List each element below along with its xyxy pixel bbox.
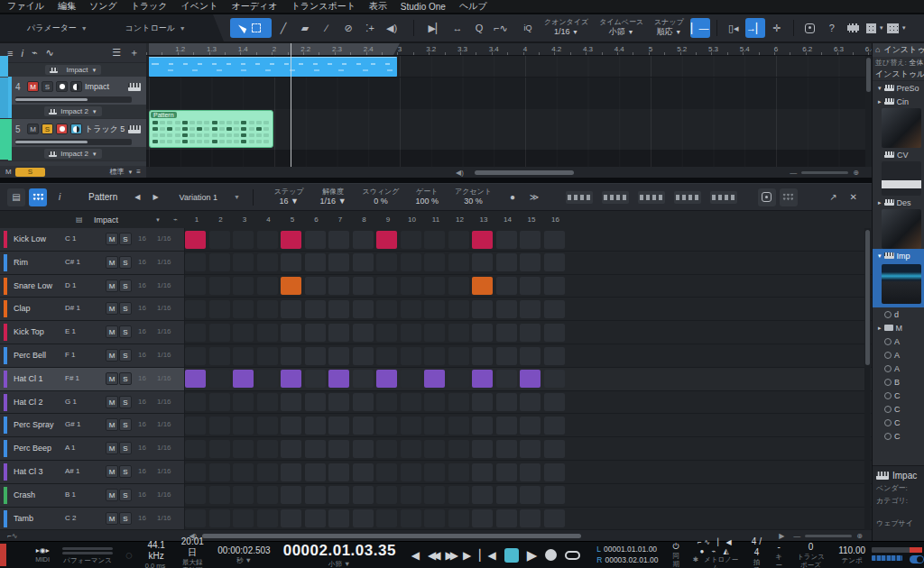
- step-cell[interactable]: [281, 440, 301, 458]
- step-cell[interactable]: [472, 277, 493, 295]
- input-quantize-button[interactable]: iQ: [518, 18, 538, 38]
- drum-mute-button[interactable]: M: [106, 233, 118, 245]
- drum-row-perc-beep[interactable]: Perc BeepA 1MS161/16: [0, 437, 872, 461]
- step-cell[interactable]: [376, 440, 397, 458]
- browser-item-cin[interactable]: ▸Cin: [873, 95, 924, 108]
- step-cell[interactable]: [448, 463, 469, 481]
- step-cell[interactable]: [424, 277, 445, 295]
- step-cell[interactable]: [544, 324, 565, 342]
- scroll-right-icon[interactable]: ▶: [779, 532, 784, 540]
- sync-control[interactable]: ⏻同期: [672, 542, 680, 568]
- step-cell[interactable]: [424, 417, 445, 435]
- close-editor-icon[interactable]: ✕: [850, 192, 857, 202]
- step-cell[interactable]: [376, 486, 397, 504]
- step-cell[interactable]: [424, 486, 445, 504]
- step-cell[interactable]: [209, 370, 230, 388]
- step-cell[interactable]: [424, 231, 445, 249]
- global-solo-button[interactable]: S: [15, 168, 45, 177]
- step-cell[interactable]: [305, 370, 326, 388]
- automation-icon[interactable]: ∿: [46, 47, 54, 59]
- step-cell[interactable]: [520, 486, 541, 504]
- step-cell[interactable]: [544, 393, 565, 411]
- control-dropdown[interactable]: コントロール▼: [125, 23, 186, 34]
- step-cell[interactable]: [185, 463, 206, 481]
- step-cell[interactable]: [209, 463, 230, 481]
- step-cell[interactable]: [305, 486, 326, 504]
- drum-solo-button[interactable]: S: [119, 489, 132, 501]
- step-cell[interactable]: [496, 277, 517, 295]
- browser-item-c[interactable]: C: [873, 402, 924, 416]
- browser-thumbnail[interactable]: [882, 209, 921, 249]
- step-cell[interactable]: [328, 486, 349, 504]
- drum-mute-button[interactable]: M: [106, 465, 118, 478]
- drum-mute-button[interactable]: M: [106, 279, 118, 292]
- step-cell[interactable]: [376, 324, 397, 342]
- step-cell[interactable]: [233, 300, 254, 318]
- step-cell[interactable]: [257, 370, 278, 388]
- step-cell[interactable]: [305, 300, 326, 318]
- step-cell[interactable]: [520, 277, 541, 295]
- preset-pattern-3-button[interactable]: [638, 191, 665, 204]
- step-cell[interactable]: [257, 253, 278, 271]
- menu-item-表示[interactable]: 表示: [369, 0, 387, 13]
- track-4[interactable]: 4MSImpactImpact 2▼: [0, 77, 146, 119]
- step-cell[interactable]: [472, 370, 493, 388]
- menu-item-トラック[interactable]: トラック: [131, 0, 168, 13]
- quantize-setting[interactable]: クオンタイズ 1/16 ▼: [544, 18, 588, 37]
- paint-tool-button[interactable]: ╱: [273, 18, 293, 38]
- expand-editor-icon[interactable]: ↗: [829, 192, 836, 202]
- record-arm-button[interactable]: [56, 81, 68, 92]
- browser-item-a[interactable]: A: [873, 348, 924, 362]
- step-cell[interactable]: [185, 417, 206, 435]
- zoom-out-icon[interactable]: —: [790, 169, 797, 177]
- target-mode-button[interactable]: [758, 188, 776, 206]
- browser-thumbnail[interactable]: [882, 108, 921, 148]
- mixer-view-button[interactable]: ▼: [865, 18, 885, 38]
- menu-item-ソング[interactable]: ソング: [89, 0, 117, 13]
- monitor-toggle[interactable]: [910, 555, 924, 563]
- step-cell[interactable]: [424, 463, 445, 481]
- step-cell[interactable]: [185, 300, 206, 318]
- mute-button[interactable]: M: [27, 81, 39, 92]
- drum-instrument-dropdown[interactable]: Impact: [94, 215, 118, 224]
- step-cell[interactable]: [209, 277, 230, 295]
- drum-solo-button[interactable]: S: [119, 418, 132, 431]
- step-cell[interactable]: [424, 300, 445, 318]
- step-cell[interactable]: [209, 347, 230, 365]
- add-track-button[interactable]: ＋: [129, 46, 139, 60]
- step-cell[interactable]: [448, 486, 469, 504]
- step-cell[interactable]: [257, 417, 278, 435]
- solo-button[interactable]: S: [42, 81, 53, 92]
- step-cell[interactable]: [209, 300, 230, 318]
- step-cell[interactable]: [257, 231, 278, 249]
- video-button[interactable]: [844, 18, 864, 38]
- step-cell[interactable]: [281, 347, 301, 365]
- drum-solo-button[interactable]: S: [119, 256, 132, 269]
- step-cell[interactable]: [520, 440, 541, 458]
- step-cell[interactable]: [544, 300, 565, 318]
- stop-button[interactable]: [504, 548, 519, 563]
- step-cell[interactable]: [353, 440, 374, 458]
- instrument-dropdown[interactable]: Impact ▼: [45, 65, 102, 75]
- track-lane[interactable]: [146, 150, 872, 167]
- step-cell[interactable]: [233, 231, 254, 249]
- scrollbar-thumb[interactable]: [202, 534, 581, 538]
- step-cell[interactable]: [472, 300, 493, 318]
- step-cell[interactable]: [185, 231, 206, 249]
- step-cell[interactable]: [424, 509, 445, 527]
- step-cell[interactable]: [496, 393, 517, 411]
- step-cell[interactable]: [544, 277, 565, 295]
- drum-solo-button[interactable]: S: [119, 233, 132, 245]
- step-cell[interactable]: [328, 277, 349, 295]
- record-button[interactable]: [545, 549, 557, 561]
- step-cell[interactable]: [233, 370, 254, 388]
- step-cell[interactable]: [544, 370, 565, 388]
- key-display[interactable]: -キー: [774, 542, 782, 568]
- step-cell[interactable]: [328, 324, 349, 342]
- step-cell[interactable]: [376, 277, 397, 295]
- step-cell[interactable]: [496, 509, 517, 527]
- drum-mute-button[interactable]: M: [106, 512, 118, 525]
- help-button[interactable]: ?: [822, 18, 842, 38]
- step-cell[interactable]: [209, 393, 230, 411]
- step-cell[interactable]: [448, 324, 469, 342]
